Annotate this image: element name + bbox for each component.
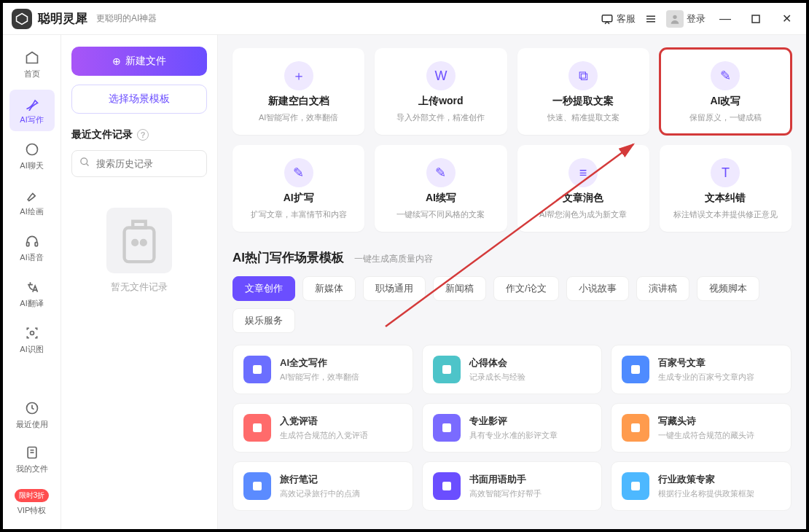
card-title: 上传word [418,95,463,108]
svg-rect-28 [442,482,451,490]
help-icon[interactable]: ? [137,129,149,141]
action-card-7[interactable]: T 文本纠错 标注错误文本并提供修正意见 [660,145,792,232]
template-card-5[interactable]: 写藏头诗 一键生成符合规范的藏头诗 [611,403,792,453]
menu-button[interactable] [644,12,657,26]
card-title: AI续写 [426,192,456,205]
svg-point-11 [30,332,34,335]
card-desc: 标注错误文本并提供修正意见 [673,209,778,220]
sidebar-item-draw[interactable]: AI绘画 [9,181,55,223]
template-desc: 一键生成符合规范的藏头诗 [658,430,754,441]
template-card-6[interactable]: 旅行笔记 高效记录旅行中的点滴 [232,461,413,511]
svg-rect-26 [631,423,640,432]
sidebar-item-label: VIP特权 [17,505,47,516]
chat-icon [24,141,40,157]
template-title: 行业政策专家 [658,473,754,486]
template-card-0[interactable]: AI全文写作 AI智能写作，效率翻倍 [232,345,413,394]
card-title: AI扩写 [284,192,314,205]
tab-8[interactable]: 娱乐服务 [232,308,295,333]
login-button[interactable]: 登录 [666,10,706,28]
sidebar-item-files[interactable]: 我的文件 [9,439,55,480]
tab-3[interactable]: 新闻稿 [433,276,486,301]
section-sub: 一键生成高质量内容 [354,253,433,265]
tab-0[interactable]: 文章创作 [232,276,295,301]
sidebar-item-vip[interactable]: 限时3折 VIP特权 [9,483,55,522]
card-title: 文章润色 [563,192,603,205]
sidebar-item-recent[interactable]: 最近使用 [9,394,55,436]
template-icon [243,356,271,383]
sidebar-item-voice[interactable]: AI语音 [9,227,55,269]
sidebar-item-write[interactable]: AI写作 [9,90,55,131]
card-icon: ✎ [284,158,313,187]
card-title: 一秒提取文案 [552,95,614,108]
template-card-1[interactable]: 心得体会 记录成长与经验 [422,345,603,394]
maximize-button[interactable] [745,8,767,30]
search-box[interactable] [71,150,207,177]
action-card-6[interactable]: ≡ 文章润色 AI帮您润色为成为新文章 [517,145,649,232]
action-card-1[interactable]: W 上传word 导入外部文件，精准创作 [375,48,507,135]
clock-icon [24,400,40,416]
card-desc: 导入外部文件，精准创作 [396,112,485,123]
sidebar-item-label: AI语音 [20,252,43,263]
template-desc: 高效智能写作好帮手 [469,488,542,499]
svg-point-16 [81,158,87,165]
tab-1[interactable]: 新媒体 [302,276,356,301]
sidebar-item-label: AI绘画 [20,206,43,217]
template-desc: 生成专业的百家号文章内容 [658,372,754,383]
tab-5[interactable]: 小说故事 [566,276,629,301]
action-card-3[interactable]: ✎ AI改写 保留原义，一键成稿 [660,48,792,135]
svg-point-5 [673,15,676,18]
sidebar-item-chat[interactable]: AI聊天 [9,136,55,177]
brush-icon [24,187,40,203]
svg-marker-0 [17,13,28,24]
card-desc: 保留原义，一键成稿 [689,112,762,123]
tab-6[interactable]: 演讲稿 [636,276,689,301]
template-title: 百家号文章 [658,356,754,369]
svg-rect-6 [752,15,759,23]
action-card-5[interactable]: ✎ AI续写 一键续写不同风格的文案 [375,145,507,232]
vip-badge: 限时3折 [15,489,50,502]
svg-point-20 [141,240,146,245]
sidebar-item-label: 我的文件 [16,463,48,474]
new-file-label: 新建文件 [125,55,166,68]
action-card-0[interactable]: ＋ 新建空白文档 AI智能写作，效率翻倍 [232,48,364,135]
template-button[interactable]: 选择场景模板 [71,85,207,114]
template-card-8[interactable]: 行业政策专家 根据行业名称提供政策框架 [611,461,792,511]
home-icon [24,50,40,66]
minimize-button[interactable]: — [714,8,736,30]
template-title: 入党评语 [280,415,368,428]
action-card-2[interactable]: ⧉ 一秒提取文案 快速、精准提取文案 [517,48,649,135]
template-title: 写藏头诗 [658,415,754,428]
template-card-4[interactable]: 专业影评 具有专业水准的影评文章 [422,403,603,453]
search-icon [79,157,90,171]
avatar-icon [666,10,684,28]
new-file-button[interactable]: ⊕ 新建文件 [71,47,207,76]
svg-rect-24 [253,423,262,432]
sidebar-item-translate[interactable]: AI翻译 [9,273,55,315]
template-card-3[interactable]: 入党评语 生成符合规范的入党评语 [232,403,413,453]
template-title: AI全文写作 [280,356,359,369]
sidebar-item-home[interactable]: 首页 [9,44,55,85]
tab-2[interactable]: 职场通用 [363,276,426,301]
scan-icon [24,325,40,341]
template-card-7[interactable]: 书面用语助手 高效智能写作好帮手 [422,461,603,511]
tab-4[interactable]: 作文/论文 [493,276,559,301]
tab-7[interactable]: 视频脚本 [697,276,759,301]
support-label: 客服 [617,12,636,26]
support-button[interactable]: 客服 [601,12,636,26]
card-title: 新建空白文档 [268,95,329,108]
sidebar-item-image[interactable]: AI识图 [9,319,55,361]
search-input[interactable] [96,158,219,169]
headphones-icon [24,233,40,249]
app-subtitle: 更聪明的AI神器 [96,12,157,25]
left-panel: ⊕ 新建文件 选择场景模板 最近文件记录 ? 暂无文件记录 [61,35,218,529]
template-card-2[interactable]: 百家号文章 生成专业的百家号文章内容 [611,345,792,394]
svg-rect-18 [125,228,155,262]
template-icon [622,472,649,500]
card-icon: ⧉ [568,61,598,90]
sidebar-item-label: AI识图 [20,344,43,355]
card-icon: ≡ [568,158,598,187]
close-button[interactable]: ✕ [775,8,797,30]
action-card-4[interactable]: ✎ AI扩写 扩写文章，丰富情节和内容 [232,145,364,232]
svg-rect-23 [631,365,640,374]
template-icon [622,356,649,383]
